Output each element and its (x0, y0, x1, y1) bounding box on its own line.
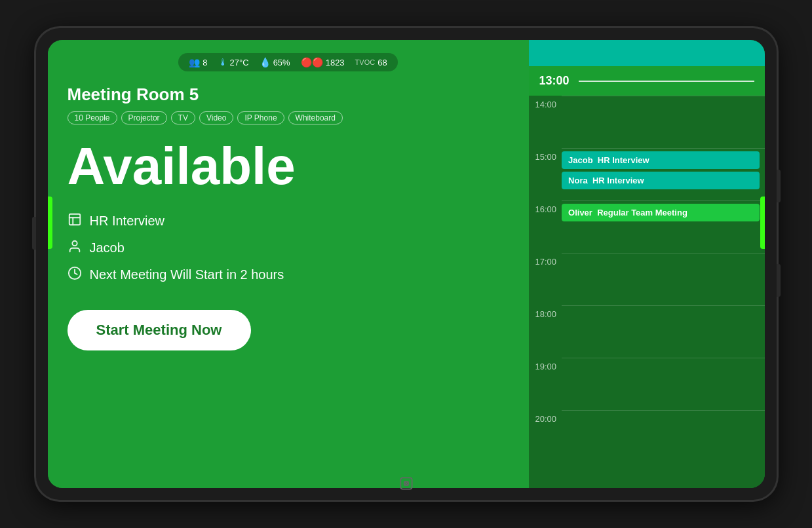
people-icon: 👥 (189, 57, 200, 67)
time-content (562, 253, 764, 305)
meeting-title: HR Interview (90, 214, 164, 229)
time-content: Oliver Regular Team Meeting (562, 200, 764, 253)
timeline: 14:0015:00Jacob HR InterviewNora HR Inte… (529, 96, 765, 488)
room-tag: TV (171, 111, 195, 124)
time-label: 20:00 (529, 410, 562, 424)
room-tag: Video (199, 111, 233, 124)
meeting-block[interactable]: Oliver Regular Team Meeting (562, 204, 759, 221)
meeting-block[interactable]: Jacob HR Interview (562, 151, 759, 169)
time-content (562, 305, 764, 358)
room-name: Meeting Room 5 (68, 85, 509, 105)
organizer-name: Jacob (90, 240, 125, 255)
time-content (562, 96, 764, 148)
time-label: 14:00 (529, 96, 562, 109)
room-tag: 10 People (68, 111, 117, 124)
sensor-bar: 👥 8 🌡 27°C 💧 65% 🔴🔴 1823 TVOC 68 (178, 53, 397, 71)
start-meeting-button[interactable]: Start Meeting Now (68, 310, 251, 350)
room-tags: 10 PeopleProjectorTVVideoIP PhoneWhitebo… (68, 111, 509, 124)
meeting-title-icon (68, 212, 82, 230)
time-label: 18:00 (529, 305, 562, 319)
time-info-row: Next Meeting Will Start in 2 hours (68, 266, 509, 284)
top-teal-bar (529, 40, 765, 66)
left-panel: 👥 8 🌡 27°C 💧 65% 🔴🔴 1823 TVOC 68 (48, 40, 529, 488)
meeting-block[interactable]: Nora HR Interview (562, 172, 759, 189)
time-content: Jacob HR InterviewNora HR Interview (562, 148, 764, 200)
co2-icon: 🔴🔴 (301, 57, 323, 67)
right-panel: 13:00 14:0015:00Jacob HR InterviewNora H… (529, 40, 765, 488)
humidity-sensor: 💧 65% (260, 57, 290, 67)
time-content (562, 410, 764, 462)
room-tag: Projector (121, 111, 167, 124)
power-button-top[interactable] (777, 170, 781, 202)
power-button-bottom[interactable] (777, 264, 781, 297)
tablet-screen: 👥 8 🌡 27°C 💧 65% 🔴🔴 1823 TVOC 68 (48, 40, 765, 488)
humidity-icon: 💧 (260, 57, 271, 67)
time-slot: 19:00 (529, 358, 765, 410)
tvoc-label: TVOC (355, 58, 376, 66)
people-sensor: 👥 8 (189, 57, 207, 67)
nfc-symbol (398, 475, 415, 496)
current-time-header: 13:00 (529, 66, 765, 96)
meeting-title-row: HR Interview (68, 212, 509, 230)
time-slot: 17:00 (529, 253, 765, 305)
co2-value: 1823 (326, 58, 345, 67)
temp-sensor: 🌡 27°C (218, 57, 249, 67)
room-tag: IP Phone (237, 111, 284, 124)
time-label: 17:00 (529, 253, 562, 267)
co2-sensor: 🔴🔴 1823 (301, 57, 345, 67)
time-label: 19:00 (529, 358, 562, 371)
time-slot: 14:00 (529, 96, 765, 148)
time-info: Next Meeting Will Start in 2 hours (90, 267, 284, 282)
time-label: 16:00 (529, 200, 562, 214)
svg-rect-0 (69, 214, 80, 225)
time-label: 15:00 (529, 148, 562, 162)
tvoc-sensor: TVOC 68 (355, 58, 387, 67)
room-tag: Whiteboard (288, 111, 343, 124)
humidity-value: 65% (273, 58, 290, 67)
current-time: 13:00 (539, 74, 579, 88)
time-slot: 18:00 (529, 305, 765, 358)
time-content (562, 358, 764, 410)
meeting-details: HR Interview Jacob (68, 212, 509, 284)
time-slot: 20:00 (529, 410, 765, 462)
svg-point-3 (72, 241, 77, 246)
temp-icon: 🌡 (218, 57, 227, 67)
tvoc-value: 68 (377, 58, 387, 67)
current-time-line (579, 81, 754, 82)
status-label: Available (68, 140, 509, 193)
time-slot: 16:00Oliver Regular Team Meeting (529, 200, 765, 253)
organizer-row: Jacob (68, 239, 509, 257)
clock-icon (68, 266, 82, 284)
people-value: 8 (203, 58, 207, 67)
organizer-icon (68, 239, 82, 257)
tablet-frame: 👥 8 🌡 27°C 💧 65% 🔴🔴 1823 TVOC 68 (36, 28, 777, 500)
time-slot: 15:00Jacob HR InterviewNora HR Interview (529, 148, 765, 200)
temp-value: 27°C (230, 58, 249, 67)
volume-button[interactable] (32, 217, 36, 250)
